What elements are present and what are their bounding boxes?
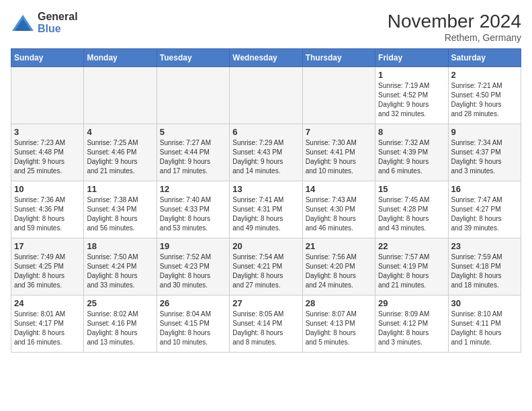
day-number: 8 xyxy=(378,127,445,137)
day-number: 29 xyxy=(378,298,445,308)
day-info: Sunrise: 7:45 AM Sunset: 4:28 PM Dayligh… xyxy=(378,195,445,233)
day-info: Sunrise: 7:30 AM Sunset: 4:41 PM Dayligh… xyxy=(306,138,372,176)
calendar-week-row: 3Sunrise: 7:23 AM Sunset: 4:48 PM Daylig… xyxy=(11,124,521,181)
day-number: 13 xyxy=(232,184,299,194)
calendar-table: SundayMondayTuesdayWednesdayThursdayFrid… xyxy=(11,48,521,353)
day-info: Sunrise: 8:04 AM Sunset: 4:15 PM Dayligh… xyxy=(160,310,226,347)
calendar-cell xyxy=(230,67,302,124)
day-info: Sunrise: 7:43 AM Sunset: 4:30 PM Dayligh… xyxy=(306,195,372,233)
day-info: Sunrise: 7:40 AM Sunset: 4:33 PM Dayligh… xyxy=(160,195,226,233)
day-info: Sunrise: 7:38 AM Sunset: 4:34 PM Dayligh… xyxy=(87,195,153,233)
weekday-header-friday: Friday xyxy=(375,49,448,67)
day-info: Sunrise: 8:07 AM Sunset: 4:13 PM Dayligh… xyxy=(306,310,372,347)
day-number: 10 xyxy=(14,184,81,194)
weekday-header-wednesday: Wednesday xyxy=(230,49,302,67)
calendar-cell: 16Sunrise: 7:47 AM Sunset: 4:27 PM Dayli… xyxy=(448,181,521,238)
day-info: Sunrise: 7:50 AM Sunset: 4:24 PM Dayligh… xyxy=(87,253,153,290)
month-title: November 2024 xyxy=(388,11,521,32)
day-number: 6 xyxy=(232,127,299,137)
calendar-cell: 1Sunrise: 7:19 AM Sunset: 4:52 PM Daylig… xyxy=(375,67,448,124)
calendar-cell: 14Sunrise: 7:43 AM Sunset: 4:30 PM Dayli… xyxy=(302,181,375,238)
calendar-week-row: 24Sunrise: 8:01 AM Sunset: 4:17 PM Dayli… xyxy=(11,295,521,353)
logo-icon xyxy=(11,13,35,32)
day-number: 26 xyxy=(160,298,226,308)
calendar-cell: 10Sunrise: 7:36 AM Sunset: 4:36 PM Dayli… xyxy=(11,181,84,238)
day-number: 1 xyxy=(378,70,445,80)
day-info: Sunrise: 7:19 AM Sunset: 4:52 PM Dayligh… xyxy=(378,81,445,119)
day-number: 18 xyxy=(87,241,153,251)
calendar-cell: 5Sunrise: 7:27 AM Sunset: 4:44 PM Daylig… xyxy=(157,124,229,181)
day-info: Sunrise: 7:21 AM Sunset: 4:50 PM Dayligh… xyxy=(451,81,518,119)
day-info: Sunrise: 7:56 AM Sunset: 4:20 PM Dayligh… xyxy=(306,253,372,290)
calendar-cell: 27Sunrise: 8:05 AM Sunset: 4:14 PM Dayli… xyxy=(230,295,302,353)
day-number: 14 xyxy=(306,184,372,194)
day-number: 23 xyxy=(451,241,518,251)
calendar-cell: 6Sunrise: 7:29 AM Sunset: 4:43 PM Daylig… xyxy=(230,124,302,181)
day-number: 30 xyxy=(451,298,518,308)
day-info: Sunrise: 8:09 AM Sunset: 4:12 PM Dayligh… xyxy=(378,310,445,347)
day-info: Sunrise: 7:36 AM Sunset: 4:36 PM Dayligh… xyxy=(14,195,81,233)
logo-general: General xyxy=(38,11,78,23)
day-number: 3 xyxy=(14,127,81,137)
day-number: 15 xyxy=(378,184,445,194)
day-info: Sunrise: 8:02 AM Sunset: 4:16 PM Dayligh… xyxy=(87,310,153,347)
day-info: Sunrise: 8:10 AM Sunset: 4:11 PM Dayligh… xyxy=(451,310,518,347)
weekday-header-row: SundayMondayTuesdayWednesdayThursdayFrid… xyxy=(11,49,521,67)
calendar-cell: 30Sunrise: 8:10 AM Sunset: 4:11 PM Dayli… xyxy=(448,295,521,353)
day-number: 25 xyxy=(87,298,153,308)
calendar-cell: 22Sunrise: 7:57 AM Sunset: 4:19 PM Dayli… xyxy=(375,238,448,295)
calendar-cell: 17Sunrise: 7:49 AM Sunset: 4:25 PM Dayli… xyxy=(11,238,84,295)
day-info: Sunrise: 7:47 AM Sunset: 4:27 PM Dayligh… xyxy=(451,195,518,233)
day-number: 17 xyxy=(14,241,81,251)
day-info: Sunrise: 7:57 AM Sunset: 4:19 PM Dayligh… xyxy=(378,253,445,290)
day-number: 20 xyxy=(232,241,299,251)
calendar-cell: 20Sunrise: 7:54 AM Sunset: 4:21 PM Dayli… xyxy=(230,238,302,295)
page-header: General Blue November 2024 Rethem, Germa… xyxy=(11,11,521,43)
logo-blue: Blue xyxy=(38,23,61,35)
day-info: Sunrise: 7:59 AM Sunset: 4:18 PM Dayligh… xyxy=(451,253,518,290)
calendar-cell: 29Sunrise: 8:09 AM Sunset: 4:12 PM Dayli… xyxy=(375,295,448,353)
calendar-cell: 13Sunrise: 7:41 AM Sunset: 4:31 PM Dayli… xyxy=(230,181,302,238)
day-info: Sunrise: 7:41 AM Sunset: 4:31 PM Dayligh… xyxy=(232,195,299,233)
weekday-header-monday: Monday xyxy=(84,49,157,67)
day-number: 2 xyxy=(451,70,518,80)
calendar-cell: 2Sunrise: 7:21 AM Sunset: 4:50 PM Daylig… xyxy=(448,67,521,124)
day-info: Sunrise: 7:34 AM Sunset: 4:37 PM Dayligh… xyxy=(451,138,518,176)
calendar-cell xyxy=(302,67,375,124)
day-number: 22 xyxy=(378,241,445,251)
calendar-cell: 9Sunrise: 7:34 AM Sunset: 4:37 PM Daylig… xyxy=(448,124,521,181)
day-info: Sunrise: 7:25 AM Sunset: 4:46 PM Dayligh… xyxy=(87,138,153,176)
calendar-cell: 4Sunrise: 7:25 AM Sunset: 4:46 PM Daylig… xyxy=(84,124,157,181)
calendar-cell: 3Sunrise: 7:23 AM Sunset: 4:48 PM Daylig… xyxy=(11,124,84,181)
day-info: Sunrise: 7:29 AM Sunset: 4:43 PM Dayligh… xyxy=(232,138,299,176)
calendar-cell xyxy=(11,67,84,124)
calendar-cell: 15Sunrise: 7:45 AM Sunset: 4:28 PM Dayli… xyxy=(375,181,448,238)
day-number: 4 xyxy=(87,127,153,137)
day-info: Sunrise: 7:54 AM Sunset: 4:21 PM Dayligh… xyxy=(232,253,299,290)
calendar-cell: 18Sunrise: 7:50 AM Sunset: 4:24 PM Dayli… xyxy=(84,238,157,295)
calendar-cell: 25Sunrise: 8:02 AM Sunset: 4:16 PM Dayli… xyxy=(84,295,157,353)
calendar-cell xyxy=(84,67,157,124)
day-number: 9 xyxy=(451,127,518,137)
day-number: 19 xyxy=(160,241,226,251)
day-number: 28 xyxy=(306,298,372,308)
calendar-cell: 12Sunrise: 7:40 AM Sunset: 4:33 PM Dayli… xyxy=(157,181,229,238)
calendar-cell: 21Sunrise: 7:56 AM Sunset: 4:20 PM Dayli… xyxy=(302,238,375,295)
day-info: Sunrise: 8:01 AM Sunset: 4:17 PM Dayligh… xyxy=(14,310,81,347)
calendar-cell: 19Sunrise: 7:52 AM Sunset: 4:23 PM Dayli… xyxy=(157,238,229,295)
title-section: November 2024 Rethem, Germany xyxy=(388,11,521,43)
day-info: Sunrise: 7:23 AM Sunset: 4:48 PM Dayligh… xyxy=(14,138,81,176)
weekday-header-thursday: Thursday xyxy=(302,49,375,67)
day-number: 7 xyxy=(306,127,372,137)
calendar-week-row: 10Sunrise: 7:36 AM Sunset: 4:36 PM Dayli… xyxy=(11,181,521,238)
day-info: Sunrise: 7:32 AM Sunset: 4:39 PM Dayligh… xyxy=(378,138,445,176)
calendar-cell: 7Sunrise: 7:30 AM Sunset: 4:41 PM Daylig… xyxy=(302,124,375,181)
calendar-week-row: 17Sunrise: 7:49 AM Sunset: 4:25 PM Dayli… xyxy=(11,238,521,295)
logo-text: General Blue xyxy=(38,11,78,34)
day-number: 21 xyxy=(306,241,372,251)
location: Rethem, Germany xyxy=(388,32,521,43)
calendar-cell xyxy=(157,67,229,124)
day-number: 11 xyxy=(87,184,153,194)
calendar-cell: 23Sunrise: 7:59 AM Sunset: 4:18 PM Dayli… xyxy=(448,238,521,295)
day-info: Sunrise: 8:05 AM Sunset: 4:14 PM Dayligh… xyxy=(232,310,299,347)
